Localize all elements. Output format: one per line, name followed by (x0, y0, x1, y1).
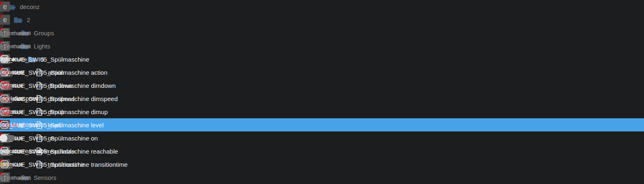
object-type-label: channel (12, 43, 30, 49)
object-type: channel (0, 26, 30, 39)
table-row[interactable]: 5 EG_KUE_SWI05_Spülmaschine device light… (0, 53, 644, 66)
table-row[interactable]: level EG_KUE_SWI05_Spülmaschine level st… (0, 118, 644, 131)
tree-item-label: deconz (20, 3, 40, 10)
toggle-knob[interactable] (0, 134, 7, 142)
table-row[interactable]: dimup EG_KUE_SWI05_Spülmaschine dimup st… (0, 105, 644, 118)
object-room: Küche (0, 53, 15, 66)
table-row[interactable]: dimdown EG_KUE_SWI05_Spülmaschine dimdow… (0, 79, 644, 92)
push-button-icon[interactable] (0, 107, 11, 117)
state-value-text: 100 (0, 69, 10, 76)
state-value-text: 0 s (0, 161, 8, 168)
state-value-text: 100 % (0, 122, 18, 129)
state-value-text: 100 (0, 95, 10, 102)
object-type-label: channel (12, 30, 30, 36)
state-value[interactable] (0, 79, 11, 92)
state-value[interactable]: 100 (0, 66, 10, 79)
table-row[interactable]: Lights Information channel (0, 39, 644, 53)
tree-item-label: Lights (34, 43, 50, 50)
tree-item-label: Groups (34, 30, 54, 37)
table-row[interactable]: deconz e (0, 0, 644, 13)
table-row[interactable]: dimspeed EG_KUE_SWI05_Spülmaschine dimsp… (0, 92, 644, 105)
table-row[interactable]: reachable EG_KUE_SWI05_Spülmaschine reac… (0, 145, 644, 158)
table-row[interactable]: Sensors Information channel (0, 171, 644, 184)
state-value[interactable] (0, 131, 15, 145)
toggle-switch[interactable] (0, 135, 15, 141)
objects-table: deconz e 2 e (0, 0, 644, 184)
state-value[interactable]: 100 % (0, 118, 18, 131)
folder-open-iconbox[interactable] (13, 16, 23, 23)
state-value[interactable]: true (0, 145, 11, 158)
channel-icon (0, 173, 9, 182)
push-button-icon[interactable] (0, 81, 11, 90)
state-value[interactable]: 100 (0, 92, 10, 105)
table-row[interactable]: transitiontime EG_KUE_SWI05_Spülmaschine… (0, 158, 644, 171)
table-row[interactable]: on EG_KUE_SWI05_Spülmaschine on state sw… (0, 131, 644, 145)
object-type: channel (0, 39, 30, 53)
channel-icon (0, 28, 9, 37)
state-value[interactable]: 0 s (0, 158, 8, 171)
channel-icon (0, 41, 9, 51)
table-row[interactable]: action EG_KUE_SWI05_Spülmaschine action … (0, 66, 644, 79)
state-value-text: true (0, 148, 11, 155)
object-type (0, 0, 12, 13)
object-type: channel (0, 171, 30, 184)
table-row[interactable]: Groups Information channel (0, 26, 644, 39)
folder-open-icon (14, 16, 23, 23)
object-type (0, 13, 12, 26)
state-value[interactable] (0, 105, 11, 118)
table-row[interactable]: 2 e (0, 13, 644, 26)
object-type-label: channel (12, 175, 30, 181)
tree-item-label: Sensors (34, 174, 56, 181)
tree-item-label: 2 (27, 16, 30, 23)
